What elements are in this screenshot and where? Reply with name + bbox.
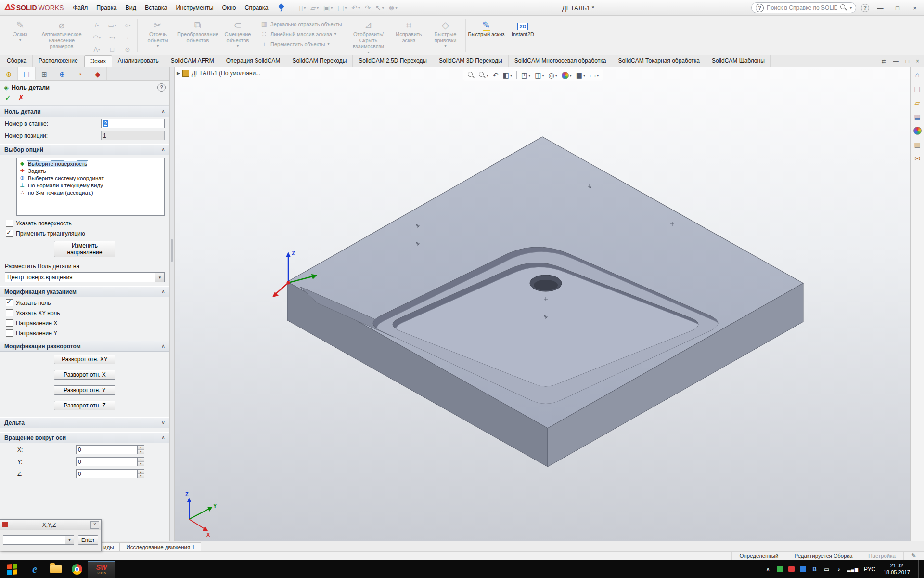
cancel-button[interactable]: ✗: [18, 93, 24, 103]
axis-y-input[interactable]: 0: [76, 457, 138, 466]
property-manager-tab[interactable]: ▤: [18, 67, 36, 80]
tray-green-app-icon[interactable]: [777, 566, 783, 572]
section-part-zero[interactable]: Ноль детали∧: [0, 106, 169, 117]
solidworks-taskbar-button[interactable]: SW 2016: [88, 561, 116, 578]
save-button[interactable]: ▣▾: [321, 3, 334, 13]
arc-tool-button[interactable]: ◠▾: [89, 31, 104, 43]
pick-zero-checkbox[interactable]: [6, 299, 13, 306]
model-views-tab[interactable]: иды: [102, 542, 120, 551]
hidden-icons-chevron[interactable]: ∧: [765, 566, 771, 573]
section-modify-by-pick[interactable]: Модификация указанием∧: [0, 286, 169, 297]
start-button[interactable]: [0, 560, 24, 578]
tray-red-app-icon[interactable]: [788, 566, 795, 572]
network-icon[interactable]: ▂▄▆: [847, 567, 859, 572]
display-style-button[interactable]: ◫▾: [533, 70, 545, 80]
axis-x-input[interactable]: 0: [76, 445, 138, 454]
file-explorer-button[interactable]: [45, 560, 66, 578]
pick-surface-checkbox[interactable]: [6, 220, 13, 227]
graphics-viewport[interactable]: ▶ ДЕТАЛЬ1 (По умолчани... ▾ ↶ ◧▾ ◳▾ ◫▾ ◎…: [175, 67, 910, 541]
search-icon[interactable]: [840, 4, 847, 11]
configuration-manager-tab[interactable]: ⊞: [36, 67, 53, 80]
axis-y-spinner[interactable]: ▴▾: [138, 457, 144, 466]
section-axis-rotation[interactable]: Вращение вокруг оси∧: [0, 432, 169, 443]
menu-insert[interactable]: Вставка: [141, 3, 171, 12]
new-document-button[interactable]: ▯▾: [297, 3, 308, 13]
collapse-icon[interactable]: ∧: [161, 343, 165, 349]
collapse-icon[interactable]: ∧: [161, 289, 165, 295]
tab-solidcam-operation[interactable]: Операция SolidCAM: [220, 55, 287, 67]
xyz-combo-arrow-icon[interactable]: ▾: [65, 536, 74, 544]
taskbar-clock[interactable]: 21:32 18.05.2017: [881, 563, 913, 576]
forum-icon[interactable]: ✉: [912, 153, 923, 164]
direction-x-checkbox[interactable]: [6, 319, 13, 327]
appearances-icon[interactable]: [912, 125, 923, 136]
xyz-dialog-titlebar[interactable]: X,Y,Z ×: [0, 520, 101, 530]
collapse-icon[interactable]: ∧: [161, 108, 165, 115]
linear-pattern-button[interactable]: ∷Линейный массив эскиза▾: [260, 30, 342, 38]
tab-layout[interactable]: Расположение: [33, 55, 84, 67]
tray-blue-app-icon[interactable]: [800, 566, 806, 572]
status-settings[interactable]: Настройка: [860, 552, 903, 560]
cam-tree-tab[interactable]: ◆: [89, 67, 107, 80]
polygon-tool-button[interactable]: □: [104, 43, 120, 55]
collapse-icon[interactable]: ∧: [161, 146, 165, 153]
triangulation-checkbox[interactable]: [6, 230, 13, 237]
xyz-dialog-close-button[interactable]: ×: [90, 521, 99, 529]
3d-part-model[interactable]: Z X Y Z: [175, 67, 910, 541]
swap-panes-icon[interactable]: ⇄: [882, 58, 886, 65]
section-view-button[interactable]: ◧▾: [501, 70, 513, 80]
quick-tips-icon[interactable]: ✎: [903, 552, 924, 560]
spline-tool-button[interactable]: ~▾: [104, 31, 120, 43]
rotate-x-button[interactable]: Разворот отн. X: [54, 370, 116, 380]
help-button[interactable]: ?: [861, 4, 869, 12]
ok-button[interactable]: ✓: [5, 93, 11, 103]
expand-icon[interactable]: ∨: [161, 420, 165, 426]
tab-solidcam-turning[interactable]: SolidCAM Токарная обработка: [612, 55, 706, 67]
change-direction-button[interactable]: Изменить направление: [54, 241, 116, 257]
line-tool-button[interactable]: /▾: [89, 19, 104, 31]
instant2d-button[interactable]: 2D Instant2D: [504, 17, 541, 53]
axis-x-spinner[interactable]: ▴▾: [138, 445, 144, 454]
section-option-select[interactable]: Выбор опций∧: [0, 144, 169, 155]
rectangle-tool-button[interactable]: ▭▾: [104, 19, 120, 31]
zoom-fit-button[interactable]: [466, 71, 476, 79]
tab-solidcam-3d[interactable]: SolidCAM 3D Переходы: [433, 55, 509, 67]
auto-dimension-button[interactable]: ⌀ Автоматическое нанесение размеров: [38, 17, 85, 53]
quick-snaps-button[interactable]: ◇ Быстрые привязки▾: [427, 17, 463, 53]
menu-edit[interactable]: Правка: [92, 3, 121, 12]
axis-z-input[interactable]: 0: [76, 469, 138, 478]
circle-tool-button[interactable]: ○▾: [120, 19, 135, 31]
option-select-coordsys[interactable]: ⊕ Выберите систему координат: [18, 174, 163, 182]
tab-evaluate[interactable]: Анализировать: [112, 55, 165, 67]
doc-close-button[interactable]: ×: [916, 58, 919, 65]
restore-button[interactable]: □: [891, 4, 904, 12]
internet-explorer-button[interactable]: e: [24, 560, 45, 578]
machine-number-input[interactable]: 2: [101, 119, 165, 128]
pin-menu-icon[interactable]: [278, 4, 285, 12]
menu-window[interactable]: Окно: [218, 3, 240, 12]
edit-appearance-button[interactable]: ▾: [560, 71, 573, 80]
bluetooth-icon[interactable]: B: [811, 566, 818, 573]
tab-solidcam-25d[interactable]: SolidCAM 2.5D Переходы: [353, 55, 433, 67]
option-by-3-points[interactable]: ∴ по 3-м точкам (ассоциат.): [18, 189, 163, 196]
pick-xy-zero-checkbox[interactable]: [6, 309, 13, 316]
trim-entities-button[interactable]: ✂ Отсечь объекты▾: [140, 17, 176, 53]
volume-icon[interactable]: ♪: [835, 566, 842, 573]
chrome-button[interactable]: [66, 560, 88, 578]
tab-solidcam-multiaxis[interactable]: SolidCAM Многоосевая обработка: [509, 55, 613, 67]
tab-assembly[interactable]: Сборка: [1, 55, 33, 67]
place-zero-dropdown[interactable]: Центр поверх.вращения ▾: [5, 272, 165, 282]
doc-flyout-icon[interactable]: ▶: [177, 71, 180, 76]
collapse-icon[interactable]: ∧: [161, 434, 165, 441]
resources-icon[interactable]: ⌂: [912, 69, 923, 80]
options-button[interactable]: ⊛▾: [387, 3, 399, 13]
xyz-enter-button[interactable]: Enter: [78, 535, 98, 545]
custom-properties-icon[interactable]: ▥: [912, 139, 923, 150]
repair-sketch-button[interactable]: ⌗ Исправить эскиз: [390, 17, 427, 53]
offset-entities-button[interactable]: ⊂ Смещение объектов▾: [219, 17, 256, 53]
direction-y-checkbox[interactable]: [6, 329, 13, 337]
menu-help[interactable]: Справка: [241, 3, 273, 12]
motion-study-tab[interactable]: Исследование движения 1: [120, 542, 201, 551]
section-modify-by-rotation[interactable]: Модификация разворотом∧: [0, 341, 169, 352]
redo-button[interactable]: ↷: [363, 3, 372, 13]
